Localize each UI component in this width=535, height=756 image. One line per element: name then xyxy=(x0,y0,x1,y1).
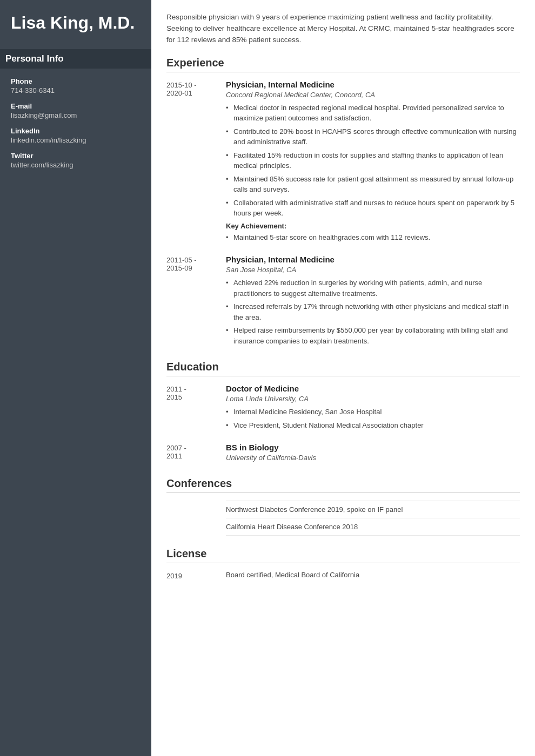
personal-info-section-title: Personal Info xyxy=(0,49,151,69)
conferences-date xyxy=(166,501,226,536)
experience-date-1: 2015-10 -2020-01 xyxy=(166,80,226,246)
experience-entry-2: 2011-05 -2015-09 Physician, Internal Med… xyxy=(166,255,520,349)
education-bullets-1: Internal Medicine Residency, San Jose Ho… xyxy=(226,407,520,430)
exp2-bullet-1: Achieved 22% reduction in surgeries by w… xyxy=(226,278,520,299)
experience-subtitle-2: San Jose Hospital, CA xyxy=(226,266,520,274)
exp1-bullet-2: Contributed to 20% boost in HCAHPS score… xyxy=(226,126,520,147)
conferences-entry: Northwest Diabetes Conference 2019, spok… xyxy=(166,501,520,536)
education-date-2: 2007 -2011 xyxy=(166,443,226,465)
education-section: Education 2011 -2015 Doctor of Medicine … xyxy=(166,361,520,465)
candidate-name: Lisa King, M.D. xyxy=(11,13,141,33)
education-subtitle-2: University of California-Davis xyxy=(226,454,520,462)
linkedin-label: LinkedIn xyxy=(11,127,141,135)
education-content-2: BS in Biology University of California-D… xyxy=(226,443,520,465)
experience-content-1: Physician, Internal Medicine Concord Reg… xyxy=(226,80,520,246)
exp1-bullet-3: Facilitated 15% reduction in costs for s… xyxy=(226,150,520,171)
license-section-title: License xyxy=(166,548,520,563)
twitter-label: Twitter xyxy=(11,152,141,160)
experience-bullets-1: Medical doctor in respected regional med… xyxy=(226,103,520,219)
edu1-bullet-2: Vice President, Student National Medical… xyxy=(226,420,520,431)
license-value-1: Board certified, Medical Board of Califo… xyxy=(226,571,520,579)
education-entry-2: 2007 -2011 BS in Biology University of C… xyxy=(166,443,520,465)
exp2-bullet-3: Helped raise reimbursements by $550,000 … xyxy=(226,325,520,346)
exp2-bullet-2: Increased referrals by 17% through netwo… xyxy=(226,301,520,322)
experience-bullets-2: Achieved 22% reduction in surgeries by w… xyxy=(226,278,520,346)
license-section: License 2019 Board certified, Medical Bo… xyxy=(166,548,520,583)
experience-section-title: Experience xyxy=(166,57,520,72)
experience-title-1: Physician, Internal Medicine xyxy=(226,80,520,89)
experience-section: Experience 2015-10 -2020-01 Physician, I… xyxy=(166,57,520,349)
education-entry-1: 2011 -2015 Doctor of Medicine Loma Linda… xyxy=(166,384,520,433)
twitter-value: twitter.com/lisazking xyxy=(11,161,141,169)
summary-text: Responsible physician with 9 years of ex… xyxy=(166,12,520,46)
license-content-1: Board certified, Medical Board of Califo… xyxy=(226,571,520,583)
education-subtitle-1: Loma Linda University, CA xyxy=(226,395,520,403)
key-achievement-label-1: Key Achievement: xyxy=(226,222,520,230)
experience-entry-1: 2015-10 -2020-01 Physician, Internal Med… xyxy=(166,80,520,246)
conferences-content: Northwest Diabetes Conference 2019, spok… xyxy=(226,501,520,536)
education-section-title: Education xyxy=(166,361,520,376)
email-label: E-mail xyxy=(11,102,141,110)
conference-item-2: California Heart Disease Conference 2018 xyxy=(226,518,520,536)
conferences-section: Conferences Northwest Diabetes Conferenc… xyxy=(166,477,520,536)
education-content-1: Doctor of Medicine Loma Linda University… xyxy=(226,384,520,433)
conference-item-1: Northwest Diabetes Conference 2019, spok… xyxy=(226,501,520,518)
key-achievement-bullets-1: Maintained 5-star score on healthgrades.… xyxy=(226,232,520,243)
experience-subtitle-1: Concord Regional Medical Center, Concord… xyxy=(226,91,520,99)
phone-label: Phone xyxy=(11,77,141,85)
experience-content-2: Physician, Internal Medicine San Jose Ho… xyxy=(226,255,520,349)
edu1-bullet-1: Internal Medicine Residency, San Jose Ho… xyxy=(226,407,520,417)
conferences-section-title: Conferences xyxy=(166,477,520,493)
education-title-1: Doctor of Medicine xyxy=(226,384,520,393)
experience-date-2: 2011-05 -2015-09 xyxy=(166,255,226,349)
email-value: lisazking@gmail.com xyxy=(11,111,141,119)
sidebar: Lisa King, M.D. Personal Info Phone 714-… xyxy=(0,0,151,756)
exp1-bullet-5: Collaborated with administrative staff a… xyxy=(226,198,520,219)
exp1-bullet-4: Maintained 85% success rate for patient … xyxy=(226,174,520,195)
experience-title-2: Physician, Internal Medicine xyxy=(226,255,520,264)
education-date-1: 2011 -2015 xyxy=(166,384,226,433)
phone-value: 714-330-6341 xyxy=(11,86,141,94)
key-achievement-bullet-1: Maintained 5-star score on healthgrades.… xyxy=(226,232,520,243)
exp1-bullet-1: Medical doctor in respected regional med… xyxy=(226,103,520,124)
education-title-2: BS in Biology xyxy=(226,443,520,452)
linkedin-value: linkedin.com/in/lisazking xyxy=(11,136,141,144)
main-content: Responsible physician with 9 years of ex… xyxy=(151,0,535,756)
license-date-1: 2019 xyxy=(166,571,226,583)
license-entry-1: 2019 Board certified, Medical Board of C… xyxy=(166,571,520,583)
